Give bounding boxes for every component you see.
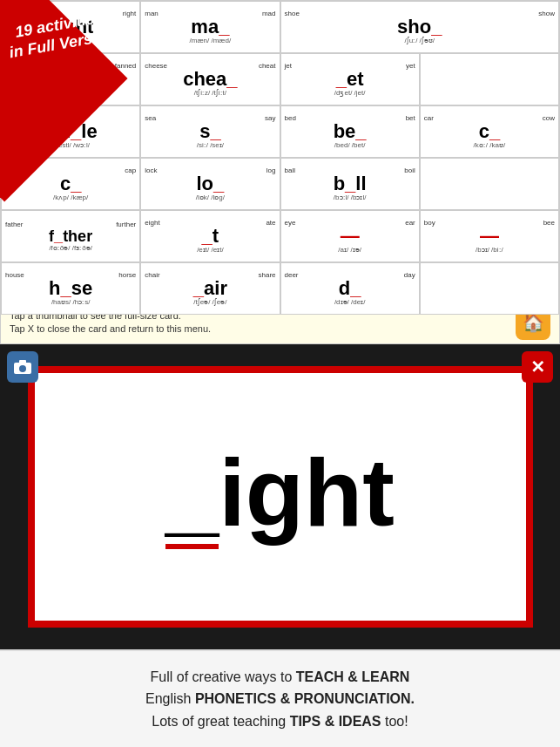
card-12-main: lo_ (196, 174, 224, 194)
card-17-phonetic: /bɔɪ/ /biː/ (476, 246, 503, 254)
card-17[interactable]: boy bee — /bɔɪ/ /biː/ (420, 210, 559, 262)
card-15-phonetic: /eɪt/ /eɪt/ (197, 246, 223, 254)
card-2-phonetic: /mæn/ /mæd/ (190, 37, 232, 44)
card-8[interactable]: sea say s_ /siː/ /seɪ/ (140, 105, 280, 158)
card-empty3 (420, 262, 559, 315)
card-18-phonetic: /haʊs/ /hɔːs/ (51, 298, 90, 306)
viewer-word: _ight (165, 445, 395, 549)
card-16[interactable]: eye ear — /aɪ/ /ɪə/ (280, 210, 420, 262)
camera-icon[interactable] (7, 351, 38, 383)
bottom-text: Full of creative ways to TEACH & LEARN E… (145, 666, 415, 733)
card-viewer: ✕ _ight (0, 344, 560, 649)
card-13-phonetic: /bɔːl/ /bɔɪl/ (334, 194, 367, 201)
bottom-line1: Full of creative ways to TEACH & LEARN (145, 666, 415, 689)
svg-rect-2 (19, 360, 26, 363)
card-11-main: c_ (60, 174, 82, 194)
card-14[interactable]: father further f_ther /fɑːðə/ /fɜːðə/ (1, 210, 140, 262)
card-3-main: sho_ (397, 17, 442, 37)
card-8-main: s_ (199, 122, 221, 141)
card-13-main: b_ll (334, 174, 367, 194)
card-16-main: — (341, 227, 360, 246)
card-6-phonetic: /dʒet/ /jet/ (334, 89, 366, 97)
card-9-phonetic: /bed/ /bet/ (334, 141, 366, 149)
svg-point-1 (19, 365, 26, 372)
card-6-main: _et (336, 70, 364, 89)
card-5-main: chea_ (183, 70, 237, 89)
card-13[interactable]: ball boil b_ll /bɔːl/ /bɔɪl/ (280, 158, 420, 210)
card-10[interactable]: car cow c_ /kɑː/ /kaʊ/ (420, 105, 559, 158)
card-10-phonetic: /kɑː/ /kaʊ/ (474, 141, 506, 149)
bottom-line2: English PHONETICS & PRONUNCIATION. (145, 688, 415, 710)
card-19-phonetic: /tʃeə/ /ʃeə/ (193, 298, 226, 306)
card-15[interactable]: eight ate _t /eɪt/ /eɪt/ (140, 210, 280, 262)
bottom-section: Full of creative ways to TEACH & LEARN E… (0, 649, 560, 747)
card-8-phonetic: /siː/ /seɪ/ (197, 141, 224, 149)
card-15-main: _t (202, 227, 219, 246)
card-6[interactable]: jet yet _et /dʒet/ /jet/ (280, 53, 420, 105)
top-section: 19 activities in Full Version light righ… (0, 0, 560, 344)
card-11-phonetic: /kʌp/ /kæp/ (53, 194, 88, 201)
viewer-blank: _ (165, 445, 219, 549)
card-20-main: d_ (339, 279, 361, 298)
card-3-phonetic: /ʃuː/ /ʃəʊ/ (404, 37, 435, 44)
home-icon: 🏠 (523, 312, 544, 333)
card-2[interactable]: man mad ma_ /mæn/ /mæd/ (140, 1, 280, 53)
card-17-main: — (480, 227, 499, 246)
card-9-main: be_ (334, 122, 367, 141)
card-14-phonetic: /fɑːðə/ /fɜːðə/ (49, 244, 91, 252)
bottom-line3: Lots of great teaching TIPS & IDEAS too! (145, 710, 415, 733)
close-button[interactable]: ✕ (522, 351, 553, 383)
card-viewer-inner: _ight (28, 366, 533, 628)
card-12-phonetic: /lɒk/ /lɒg/ (196, 194, 225, 201)
card-9[interactable]: bed bet be_ /bed/ /bet/ (280, 105, 420, 158)
card-empty1 (420, 53, 559, 105)
info-line2: Tap X to close the card and return to th… (10, 323, 516, 336)
card-12[interactable]: lock log lo_ /lɒk/ /lɒg/ (140, 158, 280, 210)
card-16-phonetic: /aɪ/ /ɪə/ (338, 246, 361, 254)
card-empty2 (420, 158, 559, 210)
card-10-main: c_ (479, 122, 501, 141)
card-18-main: h_se (49, 279, 92, 298)
card-19[interactable]: chair share _air /tʃeə/ /ʃeə/ (140, 262, 280, 315)
card-14-main: f_ther (49, 228, 92, 244)
card-20-phonetic: /dɪə/ /deɪ/ (334, 298, 365, 306)
card-18[interactable]: house horse h_se /haʊs/ /hɔːs/ (1, 262, 140, 315)
card-5[interactable]: cheese cheat chea_ /tʃiːz/ /tʃiːt/ (140, 53, 280, 105)
card-19-main: _air (193, 279, 227, 298)
card-2-main: ma_ (191, 17, 229, 37)
card-3[interactable]: shoe show sho_ /ʃuː/ /ʃəʊ/ (280, 1, 560, 53)
card-20[interactable]: deer day d_ /dɪə/ /deɪ/ (280, 262, 420, 315)
close-icon: ✕ (530, 357, 545, 377)
card-5-phonetic: /tʃiːz/ /tʃiːt/ (194, 89, 226, 97)
